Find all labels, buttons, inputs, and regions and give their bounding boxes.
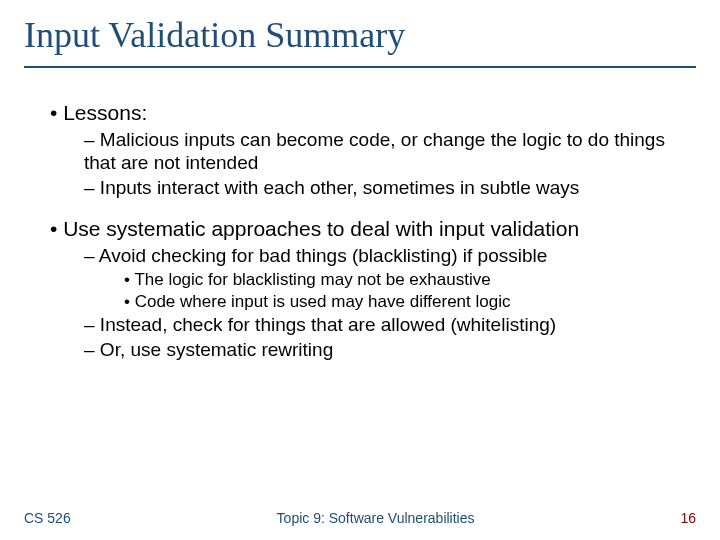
bullet-level-1: Use systematic approaches to deal with i… (50, 216, 696, 241)
bullet-level-3: The logic for blacklisting may not be ex… (124, 270, 696, 290)
slide: Input Validation Summary Lessons: Malici… (0, 0, 720, 540)
bullet-level-2: Malicious inputs can become code, or cha… (84, 129, 696, 175)
bullet-level-3: Code where input is used may have differ… (124, 292, 696, 312)
bullet-level-2: Avoid checking for bad things (blacklist… (84, 245, 696, 268)
bullet-level-2: Or, use systematic rewriting (84, 339, 696, 362)
bullet-level-1: Lessons: (50, 100, 696, 125)
bullet-level-2: Instead, check for things that are allow… (84, 314, 696, 337)
slide-footer: CS 526 Topic 9: Software Vulnerabilities… (24, 510, 696, 540)
footer-topic: Topic 9: Software Vulnerabilities (277, 510, 475, 526)
slide-content: Lessons: Malicious inputs can become cod… (24, 100, 696, 510)
spacer (24, 202, 696, 216)
slide-title: Input Validation Summary (24, 14, 696, 68)
footer-course: CS 526 (24, 510, 71, 526)
footer-page-number: 16 (680, 510, 696, 526)
bullet-level-2: Inputs interact with each other, sometim… (84, 177, 696, 200)
